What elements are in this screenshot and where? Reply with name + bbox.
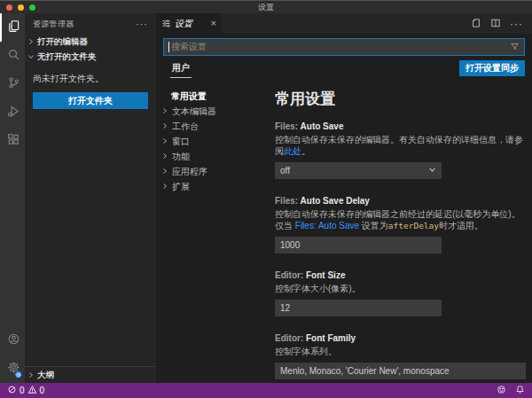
notifications-bell-icon[interactable]: [515, 385, 525, 396]
run-debug-icon: [7, 105, 20, 121]
desc-text: 。: [301, 146, 310, 156]
chevron-right-icon: [27, 37, 35, 47]
open-folder-button[interactable]: 打开文件夹: [33, 92, 148, 109]
setting-link[interactable]: Files: Auto Save: [295, 221, 359, 230]
setting-category: Files:: [275, 196, 298, 206]
warning-count: 0: [40, 386, 45, 395]
setting-category: Editor:: [275, 333, 303, 343]
open-editors-label: 打开的编辑器: [37, 36, 88, 48]
more-actions-icon[interactable]: ···: [136, 19, 148, 29]
toc-label: 窗口: [172, 136, 190, 148]
toc-item-application[interactable]: 应用程序: [156, 164, 266, 179]
chevron-right-icon: [161, 167, 168, 176]
settings-heading: 常用设置: [275, 89, 525, 109]
explorer-activity-button[interactable]: [0, 13, 25, 42]
desc-text: 设置为: [359, 221, 388, 230]
settings-search-input[interactable]: 搜索设置: [163, 38, 525, 56]
activity-bar-bottom: [0, 326, 25, 383]
editor-area: 设置 × ··· 搜索设置 用户: [156, 13, 532, 383]
toc-label: 工作台: [172, 121, 199, 133]
split-editor-icon[interactable]: [490, 16, 501, 32]
search-activity-button[interactable]: [0, 42, 25, 70]
settings-toc: 常用设置 文本编辑器 工作台 窗口 功能: [156, 80, 266, 383]
tab-settings[interactable]: 设置 ×: [156, 13, 222, 34]
filter-icon[interactable]: [510, 39, 520, 55]
setting-description: 控制自动保存未保存的编辑器。有关自动保存的详细信息，请参阅此处。: [275, 134, 525, 157]
setting-files-auto-save-delay: Files: Auto Save Delay 控制自动保存未保存的编辑器之前经过…: [275, 196, 525, 254]
sync-pending-badge: [14, 371, 22, 378]
editor-actions: ···: [471, 13, 532, 34]
explorer-sidebar: 资源管理器 ··· 打开的编辑器 无打开的文件夹 尚未打开文件夹。 打开文件夹 …: [25, 13, 156, 383]
errors-icon: [7, 385, 17, 396]
error-count: 0: [20, 386, 25, 395]
tab-bar: 设置 × ···: [156, 13, 532, 34]
toc-item-workbench[interactable]: 工作台: [156, 119, 266, 134]
manage-settings-button[interactable]: [0, 355, 25, 383]
text-caret: [168, 42, 169, 52]
toc-item-features[interactable]: 功能: [156, 149, 266, 164]
outline-section[interactable]: 大纲: [25, 366, 156, 383]
status-bar: 0 0: [0, 383, 532, 398]
activity-bar: [0, 13, 25, 383]
warnings-icon: [27, 385, 37, 396]
chevron-down-icon: [428, 166, 436, 176]
open-settings-json-icon[interactable]: [471, 16, 481, 32]
title-bar: 设置: [0, 0, 532, 13]
setting-name: Font Family: [306, 333, 356, 343]
more-actions-icon[interactable]: ···: [510, 18, 523, 30]
setting-description: 控制字体大小(像素)。: [275, 283, 525, 294]
setting-description: 控制字体系列。: [275, 346, 525, 357]
font-family-input[interactable]: [275, 363, 526, 379]
setting-name: Font Size: [306, 270, 345, 280]
desc-text: 控制自动保存未保存的编辑器。有关自动保存的详细信息，请参阅: [275, 135, 523, 156]
sidebar-title: 资源管理器: [33, 19, 136, 30]
desc-text: 时才适用。: [439, 221, 483, 230]
chevron-right-icon: [161, 182, 168, 191]
setting-link[interactable]: 此处: [284, 146, 301, 156]
close-tab-icon[interactable]: ×: [211, 19, 216, 28]
no-folder-section[interactable]: 无打开的文件夹: [25, 50, 156, 65]
chevron-right-icon: [161, 121, 168, 131]
setting-name: Auto Save Delay: [301, 196, 370, 206]
setting-name: Auto Save: [301, 121, 344, 131]
setting-editor-font-family: Editor: Font Family 控制字体系列。: [275, 333, 525, 379]
explorer-icon: [7, 20, 20, 36]
window-title: 设置: [0, 2, 532, 13]
select-value: off: [280, 166, 428, 176]
feedback-smiley-icon[interactable]: [497, 385, 506, 396]
setting-category: Editor:: [275, 270, 303, 280]
auto-save-select[interactable]: off: [275, 162, 442, 179]
auto-save-delay-input[interactable]: [275, 237, 442, 254]
chevron-right-icon: [161, 137, 168, 146]
accounts-icon: [7, 332, 20, 349]
chevron-right-icon: [27, 371, 35, 380]
settings-content: 常用设置 Files: Auto Save 控制自动保存未保存的编辑器。有关自动…: [266, 80, 532, 383]
settings-header: 搜索设置 用户 打开设置同步: [156, 34, 532, 80]
no-folder-label: 无打开的文件夹: [37, 51, 97, 63]
run-debug-activity-button[interactable]: [0, 98, 25, 127]
toc-item-extensions[interactable]: 扩展: [156, 179, 266, 194]
tab-label: 设置: [175, 18, 207, 30]
outline-label: 大纲: [37, 370, 54, 381]
toc-item-window[interactable]: 窗口: [156, 134, 266, 149]
turn-on-settings-sync-button[interactable]: 打开设置同步: [459, 60, 525, 76]
toc-item-common[interactable]: 常用设置: [156, 89, 266, 104]
extensions-icon: [7, 133, 20, 150]
source-control-activity-button[interactable]: [0, 70, 25, 98]
vscode-window: 设置: [0, 0, 532, 398]
open-editors-section[interactable]: 打开的编辑器: [25, 35, 156, 50]
no-folder-message: 尚未打开文件夹。: [25, 65, 156, 84]
tab-user-settings[interactable]: 用户: [170, 59, 192, 78]
problems-status-item[interactable]: 0 0: [7, 385, 44, 396]
font-size-input[interactable]: [275, 300, 442, 316]
code-span: afterDelay: [388, 221, 439, 230]
extensions-activity-button[interactable]: [0, 127, 25, 155]
accounts-button[interactable]: [0, 326, 25, 355]
toc-item-text-editor[interactable]: 文本编辑器: [156, 104, 266, 119]
source-control-icon: [7, 76, 20, 93]
toc-label: 常用设置: [171, 90, 207, 103]
setting-description: 控制自动保存未保存的编辑器之前经过的延迟(以毫秒为单位)。仅当 Files: A…: [275, 208, 525, 231]
chevron-right-icon: [161, 106, 168, 116]
toc-label: 应用程序: [172, 166, 207, 178]
setting-category: Files:: [275, 121, 298, 131]
